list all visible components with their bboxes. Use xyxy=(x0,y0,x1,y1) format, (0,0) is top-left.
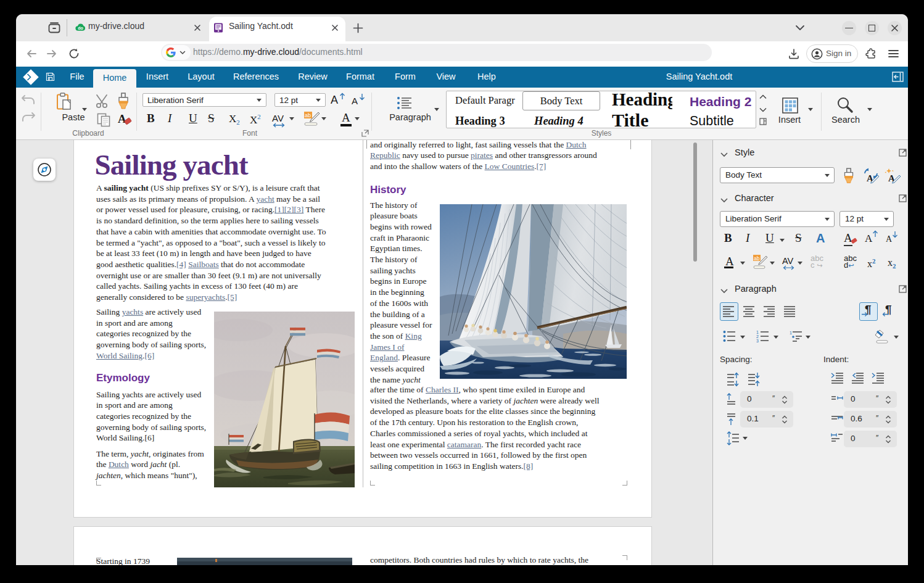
svg-text:2: 2 xyxy=(756,334,759,339)
svg-text:1: 1 xyxy=(790,331,792,335)
svg-text:do: do xyxy=(78,26,83,31)
svg-text:ab: ab xyxy=(305,112,311,118)
svg-text:3: 3 xyxy=(756,339,759,343)
svg-text:ab: ab xyxy=(754,255,760,262)
svg-text:1: 1 xyxy=(756,330,759,334)
